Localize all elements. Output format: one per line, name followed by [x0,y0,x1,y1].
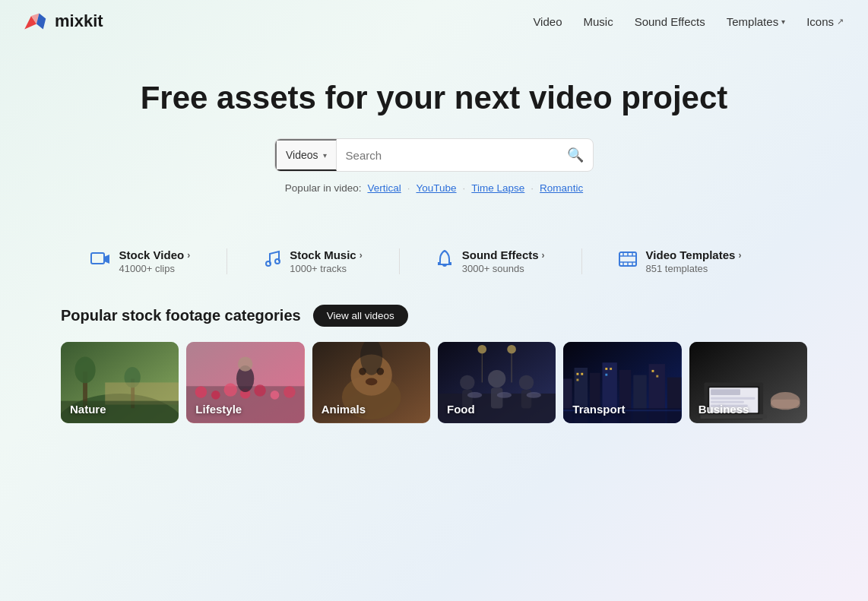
video-icon [90,251,110,272]
video-templates-count: 851 templates [646,263,742,274]
svg-point-55 [507,345,516,354]
bell-icon [436,249,453,274]
categories-title: Popular stock footage categories [61,307,301,324]
logo[interactable]: mixkit [24,11,103,32]
svg-point-40 [366,378,378,386]
search-container: Videos ▾ 🔍 [15,138,853,172]
category-label-nature: Nature [70,403,106,416]
search-input[interactable] [337,149,558,162]
svg-point-27 [211,391,220,400]
stock-video-count: 41000+ clips [119,263,191,274]
search-type-label: Videos [286,149,318,161]
categories-section: Popular stock footage categories View al… [0,305,868,423]
nav-templates[interactable]: Templates ▾ [727,15,785,28]
svg-rect-47 [491,388,503,409]
svg-point-52 [526,392,540,398]
svg-rect-80 [711,390,740,396]
stock-music-label: Stock Music › [290,248,363,261]
hero-title: Free assets for your next video project [15,79,853,117]
svg-rect-86 [770,400,800,409]
nav-video[interactable]: Video [533,15,562,28]
svg-point-51 [497,392,512,398]
search-type-button[interactable]: Videos ▾ [275,139,337,171]
film-icon [619,251,637,272]
svg-rect-67 [581,373,584,375]
svg-point-34 [238,357,252,372]
svg-point-28 [224,384,237,397]
svg-rect-73 [657,375,659,378]
popular-tag-timelapse[interactable]: Time Lapse [471,182,524,194]
sound-effects-count: 3000+ sounds [462,263,545,274]
stock-music-count: 1000+ tracks [290,263,363,274]
category-label-transport: Transport [572,403,625,416]
category-label-food: Food [447,403,475,416]
svg-point-50 [467,392,482,398]
logo-icon [24,11,49,32]
popular-row: Popular in video: Vertical · YouTube · T… [15,182,853,194]
header: mixkit Video Music Sound Effects Templat… [0,0,868,43]
svg-point-46 [488,370,505,387]
nav-music[interactable]: Music [583,15,613,28]
logo-text: mixkit [55,11,103,31]
svg-rect-81 [711,397,755,400]
svg-rect-3 [91,253,104,264]
svg-point-32 [284,387,296,399]
search-bar: Videos ▾ 🔍 [274,138,594,172]
popular-label: Popular in video: [285,182,362,194]
svg-point-44 [460,375,474,390]
nav: Video Music Sound Effects Templates ▾ Ic… [533,15,844,28]
view-all-button[interactable]: View all videos [313,305,408,327]
popular-tag-vertical[interactable]: Vertical [367,182,401,194]
svg-rect-70 [610,368,612,370]
nav-sound-effects[interactable]: Sound Effects [635,15,705,28]
svg-rect-66 [577,373,579,375]
category-card-nature[interactable]: Nature [61,342,179,423]
svg-point-53 [477,345,486,354]
svg-point-48 [519,375,534,390]
svg-marker-4 [104,255,109,264]
category-card-lifestyle[interactable]: Lifestyle [186,342,304,423]
svg-point-5 [266,261,271,266]
search-icon[interactable]: 🔍 [558,147,593,163]
popular-tag-romantic[interactable]: Romantic [540,182,583,194]
category-card-food[interactable]: Food [438,342,556,423]
stat-sound-effects[interactable]: Sound Effects › 3000+ sounds [400,248,582,274]
popular-tag-youtube[interactable]: YouTube [416,182,456,194]
categories-header: Popular stock footage categories View al… [61,305,807,327]
stat-stock-video[interactable]: Stock Video › 41000+ clips [90,248,228,274]
svg-rect-68 [577,379,579,381]
svg-point-31 [271,391,280,400]
svg-point-19 [74,357,95,384]
category-card-transport[interactable]: Transport [563,342,681,423]
stat-video-templates[interactable]: Video Templates › 851 templates [582,248,778,274]
categories-grid: Nature [61,342,807,423]
music-icon [264,250,280,273]
nav-icons[interactable]: Icons ↗ [806,15,844,28]
icons-external: ↗ [837,17,844,27]
stats-row: Stock Video › 41000+ clips Stock Music ›… [0,248,868,274]
sound-effects-label: Sound Effects › [462,248,545,261]
svg-rect-72 [652,370,654,372]
category-card-animals[interactable]: Animals [312,342,430,423]
svg-rect-71 [606,374,608,376]
video-templates-label: Video Templates › [646,248,742,261]
svg-point-6 [275,259,280,264]
category-label-lifestyle: Lifestyle [195,403,242,416]
stat-stock-music[interactable]: Stock Music › 1000+ tracks [227,248,400,274]
svg-point-26 [195,387,207,399]
category-card-business[interactable]: Business [689,342,807,423]
search-type-chevron: ▾ [323,151,327,160]
templates-arrow: ▾ [781,17,785,26]
stock-video-label: Stock Video › [119,248,191,261]
category-label-business: Business [699,403,749,416]
category-label-animals: Animals [322,403,366,416]
svg-point-30 [255,385,267,397]
svg-rect-69 [606,368,608,370]
hero-section: Free assets for your next video project … [0,43,868,221]
